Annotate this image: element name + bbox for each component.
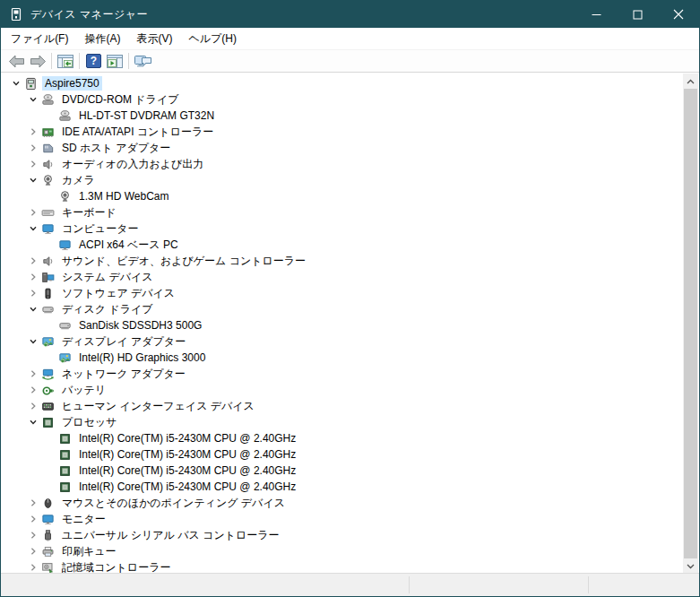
tree-item-label[interactable]: SanDisk SDSSDH3 500G xyxy=(76,318,204,333)
tree-item-label[interactable]: Intel(R) Core(TM) i5-2430M CPU @ 2.40GHz xyxy=(76,463,298,478)
tree-row[interactable]: SanDisk SDSSDH3 500G xyxy=(1,317,699,333)
tree-row[interactable]: カメラ xyxy=(1,172,699,188)
chevron-collapsed-icon[interactable] xyxy=(25,543,41,559)
tree-item-label[interactable]: コンピューター xyxy=(59,221,141,238)
tree-row[interactable]: システム デバイス xyxy=(1,269,699,285)
tree-row[interactable]: ディスク ドライブ xyxy=(1,301,699,317)
chevron-collapsed-icon[interactable] xyxy=(25,366,41,382)
chevron-collapsed-icon[interactable] xyxy=(25,140,41,156)
tree-item-label[interactable]: オーディオの入力および出力 xyxy=(59,156,206,173)
menu-action[interactable]: 操作(A) xyxy=(76,28,128,50)
chevron-collapsed-icon[interactable] xyxy=(25,204,41,221)
chevron-collapsed-icon[interactable] xyxy=(25,156,41,172)
chevron-collapsed-icon[interactable] xyxy=(25,253,41,269)
chevron-expanded-icon[interactable] xyxy=(25,172,41,188)
tree-row[interactable]: Intel(R) Core(TM) i5-2430M CPU @ 2.40GHz xyxy=(1,446,699,463)
tree-item-label[interactable]: ディスプレイ アダプター xyxy=(59,333,188,350)
chevron-collapsed-icon[interactable] xyxy=(25,398,41,414)
tree-row[interactable]: 1.3M HD WebCam xyxy=(1,188,699,204)
menu-view[interactable]: 表示(V) xyxy=(128,28,180,50)
tree-row[interactable]: プロセッサ xyxy=(1,414,699,430)
tree-row[interactable]: モニター xyxy=(1,511,699,527)
tree-row[interactable]: ヒューマン インターフェイス デバイス xyxy=(1,398,699,414)
tree-row[interactable]: Aspire5750 xyxy=(1,75,699,91)
tree-item-label[interactable]: ACPI x64 ベース PC xyxy=(76,237,181,254)
chevron-expanded-icon[interactable] xyxy=(25,301,41,317)
chevron-collapsed-icon[interactable] xyxy=(25,382,41,398)
close-button[interactable] xyxy=(658,1,699,28)
tree-item-label[interactable]: IDE ATA/ATAPI コントローラー xyxy=(59,124,216,141)
tree-item-label[interactable]: DVD/CD-ROM ドライブ xyxy=(59,91,181,108)
tree-row[interactable]: Intel(R) Core(TM) i5-2430M CPU @ 2.40GHz xyxy=(1,479,699,495)
tree-row[interactable]: ユニバーサル シリアル バス コントローラー xyxy=(1,527,699,543)
chevron-collapsed-icon[interactable] xyxy=(25,527,41,543)
tree-row[interactable]: Intel(R) HD Graphics 3000 xyxy=(1,350,699,366)
tree-item-label[interactable]: ユニバーサル シリアル バス コントローラー xyxy=(59,527,282,544)
chevron-expanded-icon[interactable] xyxy=(25,414,41,430)
tree-item-label[interactable]: ソフトウェア デバイス xyxy=(59,285,177,302)
maximize-button[interactable] xyxy=(617,1,658,28)
tree-item-label[interactable]: サウンド、ビデオ、およびゲーム コントローラー xyxy=(59,253,308,270)
tree-item-label[interactable]: キーボード xyxy=(59,204,119,221)
chevron-collapsed-icon[interactable] xyxy=(25,124,41,140)
tree-row[interactable]: マウスとそのほかのポインティング デバイス xyxy=(1,495,699,511)
show-hide-console-tree-icon[interactable] xyxy=(55,51,76,71)
tree-row[interactable]: キーボード xyxy=(1,204,699,221)
tree-item-label[interactable]: プロセッサ xyxy=(59,414,119,431)
tree-row[interactable]: オーディオの入力および出力 xyxy=(1,156,699,172)
tree-row[interactable]: HL-DT-ST DVDRAM GT32N xyxy=(1,108,699,124)
tree-item-label[interactable]: Intel(R) Core(TM) i5-2430M CPU @ 2.40GHz xyxy=(76,431,298,446)
vertical-scrollbar[interactable] xyxy=(683,74,698,574)
tree-item-label[interactable]: Intel(R) HD Graphics 3000 xyxy=(76,350,208,365)
tree-item-label[interactable]: Intel(R) Core(TM) i5-2430M CPU @ 2.40GHz xyxy=(76,447,298,462)
menu-help[interactable]: ヘルプ(H) xyxy=(180,28,245,50)
tree-row[interactable]: Intel(R) Core(TM) i5-2430M CPU @ 2.40GHz xyxy=(1,430,699,446)
scroll-up-icon[interactable] xyxy=(683,74,698,89)
chevron-collapsed-icon[interactable] xyxy=(25,511,41,527)
chevron-expanded-icon[interactable] xyxy=(25,333,41,350)
tree-item-label[interactable]: ヒューマン インターフェイス デバイス xyxy=(59,398,257,415)
chevron-expanded-icon[interactable] xyxy=(25,91,41,108)
tree-item-label[interactable]: 1.3M HD WebCam xyxy=(76,189,171,203)
back-icon[interactable] xyxy=(5,51,27,71)
tree-item-label[interactable]: Aspire5750 xyxy=(42,76,102,91)
chevron-collapsed-icon[interactable] xyxy=(25,559,41,573)
chevron-expanded-icon[interactable] xyxy=(25,221,41,237)
tree-row[interactable]: ソフトウェア デバイス xyxy=(1,285,699,301)
tree-item-label[interactable]: モニター xyxy=(59,511,108,528)
tree-item-label[interactable]: システム デバイス xyxy=(59,269,156,286)
scan-hardware-changes-icon[interactable] xyxy=(132,51,153,71)
tree-row[interactable]: ディスプレイ アダプター xyxy=(1,333,699,350)
forward-icon[interactable] xyxy=(27,51,48,71)
tree-row[interactable]: コンピューター xyxy=(1,221,699,237)
tree-row[interactable]: DVD/CD-ROM ドライブ xyxy=(1,91,699,108)
tree-item-label[interactable]: Intel(R) Core(TM) i5-2430M CPU @ 2.40GHz xyxy=(76,480,298,494)
tree-item-label[interactable]: マウスとそのほかのポインティング デバイス xyxy=(59,495,288,512)
tree-row[interactable]: 印刷キュー xyxy=(1,543,699,559)
tree-item-label[interactable]: カメラ xyxy=(59,172,98,189)
tree-item-label[interactable]: ネットワーク アダプター xyxy=(59,366,188,383)
tree-row[interactable]: サウンド、ビデオ、およびゲーム コントローラー xyxy=(1,253,699,269)
scrollbar-thumb[interactable] xyxy=(684,89,697,558)
tree-row[interactable]: IDE ATA/ATAPI コントローラー xyxy=(1,124,699,140)
tree-row[interactable]: ACPI x64 ベース PC xyxy=(1,237,699,253)
tree-item-label[interactable]: SD ホスト アダプター xyxy=(59,140,173,157)
tree-item-label[interactable]: 印刷キュー xyxy=(59,543,119,560)
menu-file[interactable]: ファイル(F) xyxy=(3,28,76,50)
chevron-collapsed-icon[interactable] xyxy=(25,285,41,301)
tree-item-label[interactable]: バッテリ xyxy=(59,382,108,399)
chevron-expanded-icon[interactable] xyxy=(8,75,24,91)
scroll-down-icon[interactable] xyxy=(683,558,698,574)
tree-row[interactable]: SD ホスト アダプター xyxy=(1,140,699,156)
tree-row[interactable]: 記憶域コントローラー xyxy=(1,559,699,573)
help-icon[interactable]: ? xyxy=(82,51,104,71)
tree-item-label[interactable]: HL-DT-ST DVDRAM GT32N xyxy=(76,108,217,123)
tree-item-label[interactable]: ディスク ドライブ xyxy=(59,301,156,318)
chevron-collapsed-icon[interactable] xyxy=(25,495,41,511)
minimize-button[interactable] xyxy=(575,1,617,28)
tree-row[interactable]: Intel(R) Core(TM) i5-2430M CPU @ 2.40GHz xyxy=(1,463,699,479)
tree-item-label[interactable]: 記憶域コントローラー xyxy=(59,559,173,574)
chevron-collapsed-icon[interactable] xyxy=(25,269,41,285)
tree-row[interactable]: バッテリ xyxy=(1,382,699,398)
action-pane-icon[interactable] xyxy=(104,51,125,71)
